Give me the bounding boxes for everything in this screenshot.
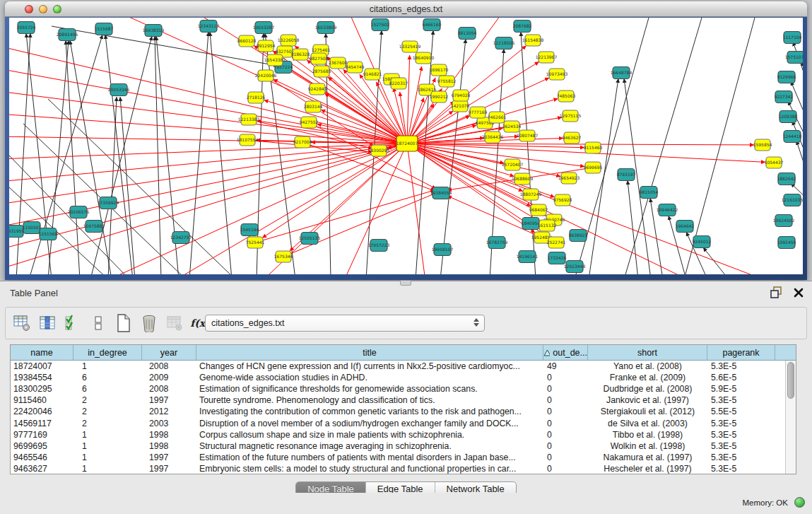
delete-table-icon[interactable] bbox=[140, 313, 158, 333]
column-header-pagerank[interactable]: pagerank bbox=[707, 345, 775, 360]
table-row[interactable]: 2242004622012Investigating the contribut… bbox=[11, 406, 796, 417]
cell-name[interactable]: 9777169 bbox=[11, 429, 73, 440]
graph-node[interactable]: 1615132 bbox=[538, 220, 557, 231]
table-row[interactable]: 946554611997Estimation of the future num… bbox=[11, 452, 796, 463]
graph-node[interactable]: 19654923 bbox=[558, 173, 580, 184]
cell-in_degree[interactable]: 1 bbox=[73, 361, 142, 372]
column-header-in_degree[interactable]: in_degree bbox=[73, 345, 142, 360]
cell-in_degree[interactable]: 2 bbox=[73, 417, 142, 428]
graph-node[interactable]: 9815054 bbox=[640, 187, 659, 199]
scrollbar-thumb[interactable] bbox=[787, 362, 794, 399]
graph-node[interactable]: 1733426 bbox=[548, 252, 567, 264]
graph-node[interactable]: 10946422 bbox=[657, 204, 678, 216]
cell-short[interactable]: Jankovic et al. (1997) bbox=[588, 395, 707, 406]
cell-out_de[interactable]: 0 bbox=[543, 383, 588, 395]
cell-out_de[interactable]: 0 bbox=[543, 406, 588, 417]
cell-short[interactable]: Hescheler et al. (1997) bbox=[588, 463, 707, 474]
cell-year[interactable]: 2003 bbox=[142, 417, 196, 428]
cell-short[interactable]: Franke et al. (2009) bbox=[588, 372, 707, 383]
cell-year[interactable]: 1997 bbox=[142, 395, 196, 406]
network-canvas[interactable]: 2055724208914061515687169383191234311710… bbox=[9, 18, 803, 274]
graph-node[interactable]: 9146821 bbox=[363, 69, 382, 80]
cell-year[interactable]: 1998 bbox=[142, 440, 196, 452]
cell-out_de[interactable]: 0 bbox=[543, 452, 588, 463]
graph-node[interactable]: 16938319 bbox=[143, 25, 165, 37]
cell-year[interactable]: 1997 bbox=[142, 463, 196, 474]
graph-node[interactable]: 16782759 bbox=[486, 237, 508, 249]
table-row[interactable]: 911546021997Tourette syndrome. Phenomeno… bbox=[11, 395, 796, 406]
graph-node[interactable]: 1054437 bbox=[765, 157, 784, 168]
cell-out_de[interactable]: 0 bbox=[543, 440, 588, 452]
graph-node[interactable]: 10807487 bbox=[517, 130, 539, 141]
graph-node[interactable]: 18807249 bbox=[520, 189, 542, 200]
cell-pagerank[interactable]: 5.5E-5 bbox=[707, 406, 775, 417]
cell-pagerank[interactable]: 5.3E-5 bbox=[707, 452, 775, 463]
graph-node[interactable]: 9684067 bbox=[529, 204, 548, 216]
cell-out_de[interactable]: 0 bbox=[543, 395, 588, 406]
graph-node[interactable]: 12343117 bbox=[198, 21, 220, 33]
graph-node[interactable]: 13325419 bbox=[399, 41, 421, 52]
cell-short[interactable]: Tibbo et al. (1998) bbox=[588, 429, 707, 440]
graph-node[interactable]: 16033809 bbox=[315, 22, 337, 34]
graph-node[interactable]: 2803144 bbox=[304, 101, 323, 112]
graph-node[interactable]: 12975115 bbox=[560, 110, 582, 122]
graph-node[interactable]: 9777169 bbox=[469, 107, 488, 118]
table-row[interactable]: 1938455462009Genome-wide association stu… bbox=[11, 372, 796, 383]
graph-node[interactable]: 2087682 bbox=[513, 21, 532, 33]
cell-title[interactable]: Estimation of significance thresholds fo… bbox=[196, 383, 543, 395]
cell-in_degree[interactable]: 1 bbox=[73, 463, 142, 474]
graph-node[interactable]: 18640910 bbox=[413, 52, 435, 64]
graph-node[interactable]: 16543382 bbox=[264, 54, 286, 66]
graph-node[interactable]: 9245012 bbox=[693, 236, 712, 248]
cell-pagerank[interactable]: 5.3E-5 bbox=[707, 440, 775, 452]
graph-node[interactable]: 12213383 bbox=[238, 114, 260, 125]
graph-node[interactable]: 12218506 bbox=[493, 37, 515, 49]
cell-pagerank[interactable]: 5.3E-5 bbox=[707, 417, 775, 428]
cell-name[interactable]: 19384554 bbox=[11, 372, 73, 383]
graph-node[interactable]: 1595854 bbox=[753, 139, 772, 151]
graph-node[interactable]: 6466160 bbox=[423, 19, 442, 31]
cell-title[interactable]: Structural magnetic resonance image aver… bbox=[196, 440, 543, 452]
table-row[interactable]: 1830029562008Estimation of significance … bbox=[11, 383, 796, 395]
graph-node[interactable]: 1545194 bbox=[240, 224, 259, 236]
graph-node[interactable]: 7462661 bbox=[488, 112, 507, 123]
graph-node[interactable]: 16648784 bbox=[611, 67, 632, 79]
table-options-icon[interactable] bbox=[13, 313, 31, 333]
cell-year[interactable]: 2009 bbox=[142, 372, 196, 383]
graph-node[interactable]: 8186328 bbox=[291, 49, 310, 60]
cell-year[interactable]: 2008 bbox=[142, 383, 196, 395]
graph-node[interactable]: 12505135 bbox=[299, 233, 321, 245]
cell-title[interactable]: Embryonic stem cells: a model to study s… bbox=[196, 463, 543, 474]
graph-node[interactable]: 9227342 bbox=[775, 91, 794, 103]
select-checks-icon[interactable] bbox=[64, 313, 82, 333]
cell-title[interactable]: Estimation of the future numbers of pati… bbox=[196, 452, 543, 463]
graph-node[interactable]: 1244418 bbox=[783, 131, 802, 143]
graph-node[interactable]: 2055724 bbox=[17, 22, 36, 34]
graph-node[interactable]: 1117104 bbox=[783, 32, 802, 44]
graph-node[interactable]: 8454749 bbox=[346, 62, 365, 73]
cell-out_de[interactable]: 0 bbox=[543, 372, 588, 383]
cell-pagerank[interactable]: 5.3E-5 bbox=[707, 395, 775, 406]
graph-node[interactable]: 19384554 bbox=[430, 187, 452, 199]
cell-title[interactable]: Tourette syndrome. Phenomenology and cla… bbox=[196, 395, 543, 406]
graph-node[interactable]: 10653287 bbox=[253, 22, 275, 34]
graph-node[interactable]: 8813054 bbox=[458, 28, 477, 40]
table-row[interactable]: 969969511998Structural magnetic resonanc… bbox=[11, 440, 796, 452]
graph-node[interactable]: 9242843 bbox=[308, 83, 327, 95]
graph-node[interactable]: 1527602 bbox=[371, 19, 390, 31]
cell-out_de[interactable]: 49 bbox=[543, 361, 588, 372]
graph-node[interactable]: 1151568 bbox=[39, 228, 58, 240]
graph-node[interactable]: 2875685 bbox=[312, 66, 331, 77]
cell-in_degree[interactable]: 1 bbox=[73, 440, 142, 452]
graph-node[interactable]: 10973493 bbox=[546, 69, 568, 80]
graph-node[interactable]: 10924502 bbox=[773, 215, 795, 227]
cell-name[interactable]: 18300295 bbox=[11, 383, 73, 395]
cell-in_degree[interactable]: 1 bbox=[73, 429, 142, 440]
graph-node[interactable]: 1696170 bbox=[430, 64, 449, 76]
graph-node[interactable]: 22420046 bbox=[255, 70, 277, 81]
cell-out_de[interactable]: 0 bbox=[543, 429, 588, 440]
cell-name[interactable]: 9699695 bbox=[11, 440, 73, 452]
cell-year[interactable]: 1998 bbox=[142, 429, 196, 440]
graph-node[interactable]: 8938923 bbox=[569, 230, 588, 242]
graph-node[interactable]: 1421078 bbox=[451, 100, 470, 112]
